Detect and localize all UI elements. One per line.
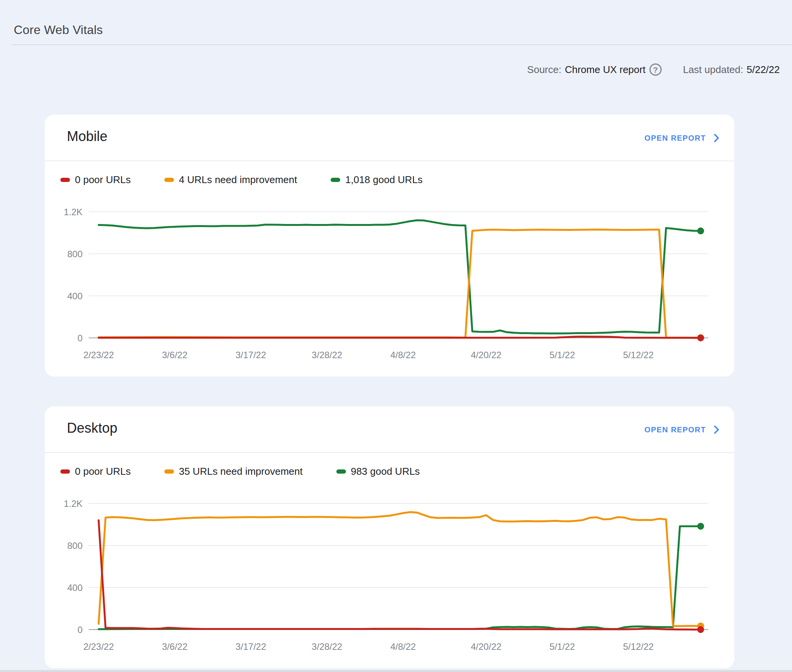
- mobile-card-title: Mobile: [67, 128, 107, 145]
- svg-text:800: 800: [67, 249, 83, 259]
- open-report-label: OPEN REPORT: [644, 425, 706, 434]
- svg-text:400: 400: [67, 291, 83, 301]
- svg-text:5/12/22: 5/12/22: [623, 641, 654, 652]
- card-header-divider: [45, 161, 734, 161]
- legend-item-good[interactable]: 983 good URLs: [336, 466, 420, 477]
- svg-text:3/6/22: 3/6/22: [162, 641, 188, 652]
- svg-text:3/17/22: 3/17/22: [235, 641, 266, 652]
- svg-text:3/28/22: 3/28/22: [312, 350, 342, 360]
- help-icon[interactable]: ?: [649, 63, 662, 76]
- svg-text:800: 800: [67, 541, 83, 551]
- last-updated-label: Last updated:: [683, 64, 743, 76]
- page-header-divider: [11, 44, 792, 45]
- svg-text:4/8/22: 4/8/22: [390, 350, 416, 360]
- page-title: Core Web Vitals: [14, 22, 103, 37]
- legend-item-poor[interactable]: 0 poor URLs: [60, 466, 131, 477]
- needs-improvement-legend-chip-icon: [164, 178, 174, 182]
- legend-item-needs-improvement[interactable]: 35 URLs need improvement: [164, 466, 303, 477]
- bottom-edge-divider: [0, 670, 792, 672]
- legend-label: 0 poor URLs: [75, 466, 131, 477]
- svg-text:4/20/22: 4/20/22: [471, 350, 501, 360]
- desktop-legend: 0 poor URLs 35 URLs need improvement 983…: [60, 464, 420, 479]
- mobile-card: Mobile OPEN REPORT 0 poor URLs 4 URLs ne…: [45, 115, 734, 377]
- svg-text:2/23/22: 2/23/22: [83, 641, 114, 652]
- desktop-open-report-link[interactable]: OPEN REPORT: [644, 425, 721, 435]
- legend-label: 983 good URLs: [351, 466, 420, 477]
- svg-text:5/1/22: 5/1/22: [550, 641, 575, 652]
- desktop-card-title: Desktop: [67, 419, 117, 437]
- svg-text:4/20/22: 4/20/22: [471, 641, 501, 652]
- svg-text:4/8/22: 4/8/22: [390, 641, 416, 652]
- source-label: Source:: [527, 64, 562, 76]
- svg-text:2/23/22: 2/23/22: [83, 350, 114, 360]
- mobile-open-report-link[interactable]: OPEN REPORT: [644, 133, 721, 143]
- chevron-right-icon: [711, 425, 721, 435]
- legend-item-poor[interactable]: 0 poor URLs: [60, 174, 131, 186]
- chevron-right-icon: [711, 133, 721, 143]
- card-header-divider: [45, 452, 734, 453]
- poor-legend-chip-icon: [60, 178, 70, 182]
- mobile-legend: 0 poor URLs 4 URLs need improvement 1,01…: [60, 172, 423, 187]
- source-row: Source: Chrome UX report ? Last updated:…: [527, 63, 780, 76]
- svg-text:5/12/22: 5/12/22: [623, 350, 654, 360]
- svg-text:3/6/22: 3/6/22: [162, 350, 188, 360]
- needs-improvement-legend-chip-icon: [164, 469, 174, 474]
- svg-text:5/1/22: 5/1/22: [550, 350, 575, 360]
- svg-text:1.2K: 1.2K: [64, 207, 83, 217]
- svg-text:3/28/22: 3/28/22: [312, 641, 342, 652]
- mobile-chart: 04008001.2K2/23/223/6/223/17/223/28/224/…: [45, 187, 734, 367]
- legend-item-needs-improvement[interactable]: 4 URLs need improvement: [164, 174, 297, 186]
- desktop-chart: 04008001.2K2/23/223/6/223/17/223/28/224/…: [45, 479, 734, 659]
- legend-label: 1,018 good URLs: [345, 174, 422, 186]
- good-legend-chip-icon: [331, 178, 340, 182]
- svg-text:0: 0: [78, 333, 83, 343]
- desktop-card: Desktop OPEN REPORT 0 poor URLs 35 URLs …: [45, 406, 734, 668]
- open-report-label: OPEN REPORT: [644, 134, 706, 143]
- svg-text:0: 0: [78, 625, 83, 635]
- last-updated-value: 5/22/22: [747, 64, 780, 76]
- svg-text:400: 400: [67, 583, 83, 593]
- legend-label: 35 URLs need improvement: [179, 466, 303, 477]
- poor-legend-chip-icon: [60, 469, 70, 474]
- svg-text:1.2K: 1.2K: [64, 498, 83, 509]
- good-legend-chip-icon: [336, 469, 346, 474]
- source-value: Chrome UX report: [565, 64, 646, 76]
- legend-item-good[interactable]: 1,018 good URLs: [331, 174, 422, 186]
- legend-label: 4 URLs need improvement: [179, 174, 297, 186]
- legend-label: 0 poor URLs: [75, 174, 131, 186]
- svg-text:3/17/22: 3/17/22: [235, 350, 266, 360]
